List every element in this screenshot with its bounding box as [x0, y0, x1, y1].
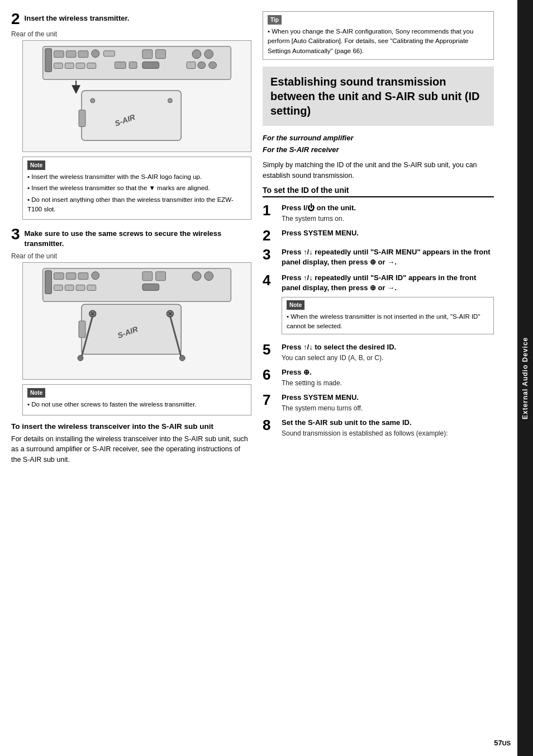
- svg-rect-16: [142, 62, 159, 69]
- r-step-8-num: 8: [263, 418, 278, 432]
- r-step-3-title: Press ↑/↓ repeatedly until "S-AIR MENU" …: [282, 247, 494, 267]
- svg-rect-32: [142, 272, 153, 281]
- right-body-text: Simply by matching the ID of the unit an…: [263, 160, 494, 181]
- note2-item-0: Do not use other screws to fasten the wi…: [27, 400, 246, 409]
- r-step-7: 7 Press SYSTEM MENU. The system menu tur…: [263, 393, 494, 413]
- note1-item-0: Insert the wireless transmitter with the…: [27, 172, 246, 182]
- r-step-6-num: 6: [263, 367, 278, 382]
- svg-rect-44: [79, 321, 85, 338]
- step3-rear-label: Rear of the unit: [11, 252, 251, 260]
- side-tab-text: External Audio Device: [521, 337, 529, 419]
- svg-rect-11: [65, 63, 74, 69]
- r-step-5-num: 5: [263, 342, 278, 357]
- svg-rect-14: [115, 62, 126, 69]
- r-step-4-num: 4: [263, 273, 278, 287]
- svg-rect-4: [92, 50, 99, 58]
- svg-rect-38: [76, 285, 85, 291]
- svg-rect-12: [76, 63, 85, 69]
- r-step-4-content: Press ↑/↓ repeatedly until "S-AIR ID" ap…: [282, 273, 494, 338]
- svg-point-54: [179, 356, 185, 361]
- r-step-5-content: Press ↑/↓ to select the desired ID. You …: [282, 342, 494, 363]
- page-number: 57US: [494, 739, 511, 747]
- svg-rect-31: [92, 272, 99, 280]
- r-step-4-title: Press ↑/↓ repeatedly until "S-AIR ID" ap…: [282, 273, 494, 293]
- svg-point-52: [78, 356, 83, 361]
- tip-box: Tip • When you change the S-AIR configur…: [263, 11, 494, 60]
- svg-rect-5: [104, 51, 115, 56]
- r-step-2-num: 2: [263, 228, 278, 243]
- svg-rect-34: [192, 272, 201, 281]
- svg-rect-20: [45, 49, 52, 72]
- right-column: Tip • When you change the S-AIR configur…: [263, 11, 511, 745]
- note2-label: Note: [27, 388, 45, 398]
- device-illustration-2: S-AIR: [22, 262, 251, 380]
- svg-rect-17: [187, 62, 196, 69]
- r-step-5: 5 Press ↑/↓ to select the desired ID. Yo…: [263, 342, 494, 363]
- svg-rect-6: [142, 50, 153, 59]
- r-step-6: 6 Press ⊕. The setting is made.: [263, 367, 494, 388]
- step3-header: 3 Make sure to use the same screws to se…: [11, 226, 251, 249]
- r-step-2: 2 Press SYSTEM MENU.: [263, 228, 494, 243]
- svg-rect-41: [45, 271, 52, 294]
- r-note-step4-label: Note: [287, 300, 304, 310]
- r-step-7-body: The system menu turns off.: [282, 404, 494, 413]
- r-step-8-title: Set the S-AIR sub unit to the same ID.: [282, 418, 494, 428]
- tip-content: When you change the S-AIR configuration,…: [268, 28, 473, 54]
- step3-num: 3: [11, 226, 20, 242]
- r-step-3-num: 3: [263, 247, 278, 262]
- r-step-1-content: Press I/⏻ on the unit. The system turns …: [282, 203, 494, 224]
- svg-rect-13: [87, 63, 96, 69]
- body-text: For details on installing the wireless t…: [11, 434, 251, 465]
- section-heading: To insert the wireless transceiver into …: [11, 422, 251, 431]
- step3-title: Make sure to use the same screws to secu…: [25, 226, 251, 249]
- svg-point-25: [91, 98, 95, 103]
- note4-content: When the wireless transmitter is not ins…: [287, 313, 480, 329]
- svg-rect-7: [156, 50, 166, 59]
- r-step-5-title: Press ↑/↓ to select the desired ID.: [282, 342, 494, 352]
- svg-rect-35: [204, 272, 213, 281]
- r-step-7-num: 7: [263, 393, 278, 407]
- page-num-value: 57: [494, 739, 502, 747]
- big-heading-box: Establishing sound transmission between …: [263, 67, 494, 126]
- r-step-8-body: Sound transmission is established as fol…: [282, 429, 494, 438]
- step2-title: Insert the wireless transmitter.: [25, 11, 130, 23]
- r-step-1-title: Press I/⏻ on the unit.: [282, 203, 494, 213]
- svg-rect-39: [87, 285, 96, 291]
- svg-rect-1: [54, 51, 64, 58]
- r-step-6-body: The setting is made.: [282, 379, 494, 388]
- italic-line-0: For the surround amplifier: [263, 133, 494, 144]
- step2-num: 2: [11, 11, 20, 27]
- svg-rect-19: [209, 62, 217, 69]
- r-step-7-content: Press SYSTEM MENU. The system menu turns…: [282, 393, 494, 413]
- step2-header: 2 Insert the wireless transmitter.: [11, 11, 251, 27]
- to-set-heading: To set the ID of the unit: [263, 186, 494, 197]
- r-step-8: 8 Set the S-AIR sub unit to the same ID.…: [263, 418, 494, 438]
- side-tab: External Audio Device: [517, 0, 533, 756]
- r-step-8-content: Set the S-AIR sub unit to the same ID. S…: [282, 418, 494, 438]
- r-step-3-content: Press ↑/↓ repeatedly until "S-AIR MENU" …: [282, 247, 494, 268]
- note1-item-2: Do not insert anything other than the wi…: [27, 195, 246, 215]
- page-num-suffix: US: [502, 740, 511, 746]
- r-step-6-title: Press ⊕.: [282, 367, 494, 377]
- italic-heading: For the surround amplifier For the S-AIR…: [263, 133, 494, 156]
- r-step-1-body: The system turns on.: [282, 214, 494, 224]
- note1-list: Insert the wireless transmitter with the…: [27, 172, 246, 214]
- tip-label: Tip: [268, 15, 282, 25]
- svg-rect-10: [54, 63, 63, 69]
- svg-rect-23: [79, 110, 85, 127]
- note2-box: Note Do not use other screws to fasten t…: [22, 384, 251, 415]
- svg-rect-8: [192, 50, 201, 59]
- italic-line-1: For the S-AIR receiver: [263, 144, 494, 156]
- r-note-step4-text: • When the wireless transmitter is not i…: [287, 312, 489, 332]
- svg-rect-30: [78, 273, 88, 280]
- svg-rect-9: [204, 50, 213, 59]
- svg-rect-15: [129, 62, 137, 69]
- note2-list: Do not use other screws to fasten the wi…: [27, 400, 246, 409]
- svg-rect-36: [54, 285, 63, 291]
- svg-rect-28: [54, 273, 64, 280]
- device-illustration-1: S-AIR: [22, 40, 251, 152]
- r-step-1-num: 1: [263, 203, 278, 218]
- big-heading-title: Establishing sound transmission between …: [270, 74, 486, 118]
- note1-label: Note: [27, 160, 45, 170]
- r-step-1: 1 Press I/⏻ on the unit. The system turn…: [263, 203, 494, 224]
